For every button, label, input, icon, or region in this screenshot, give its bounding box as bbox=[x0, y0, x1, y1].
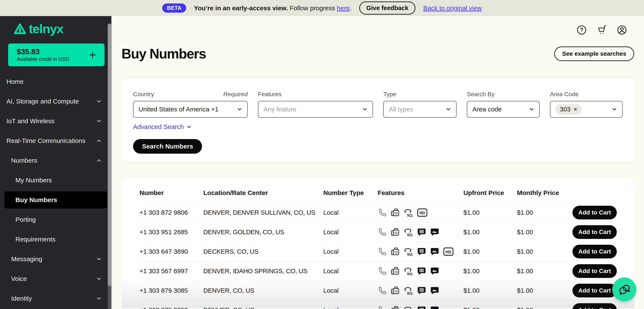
chevron-down-icon bbox=[612, 106, 618, 112]
svg-text:911: 911 bbox=[407, 214, 412, 217]
monthly-price: $1.00 bbox=[517, 248, 572, 255]
monthly-price: $1.00 bbox=[517, 306, 572, 309]
feature-icons: 911 bbox=[378, 305, 464, 309]
fax-icon bbox=[391, 266, 400, 276]
add-to-cart-button[interactable]: Add to Cart bbox=[572, 264, 617, 278]
chat-launcher-button[interactable] bbox=[612, 278, 636, 302]
upfront-price: $1.00 bbox=[464, 306, 517, 309]
add-to-cart-button[interactable]: Add to Cart bbox=[572, 284, 617, 298]
sidebar-item-voice[interactable]: Voice bbox=[0, 269, 112, 289]
sidebar-item-real-time-communications[interactable]: Real-Time Communications bbox=[0, 131, 112, 151]
area-code-select[interactable]: 303× bbox=[550, 101, 622, 118]
cart-icon[interactable] bbox=[596, 25, 607, 35]
sidebar-item-ai-storage-compute[interactable]: AI, Storage and Compute bbox=[0, 92, 112, 111]
monthly-price: $1.00 bbox=[517, 209, 572, 216]
give-feedback-button[interactable]: Give feedback bbox=[359, 2, 416, 14]
voice-icon bbox=[378, 247, 387, 256]
features-select[interactable]: Any feature bbox=[258, 101, 373, 118]
mms-icon bbox=[430, 286, 440, 295]
advanced-search-link[interactable]: Advanced Search bbox=[133, 123, 192, 130]
beta-badge: BETA bbox=[162, 4, 186, 13]
sidebar-item-iot-wireless[interactable]: IoT and Wireless bbox=[0, 111, 112, 131]
sidebar: telnyx $35.83 Available credit in USD Ho… bbox=[0, 16, 112, 309]
feature-icons: 911 bbox=[378, 286, 464, 295]
sidebar-item-numbers[interactable]: Numbers bbox=[0, 151, 112, 170]
table-row: +1 303 951 2685 DENVER, GOLDEN, CO, US L… bbox=[140, 222, 617, 242]
table-row: +1 303 872 9806 DENVER, DENVER SULLIVAN,… bbox=[140, 203, 617, 222]
sidebar-item-porting[interactable]: Porting bbox=[0, 210, 112, 230]
mms-icon bbox=[430, 227, 440, 237]
remove-chip-icon[interactable]: × bbox=[574, 106, 577, 112]
sidebar-item-messaging[interactable]: Messaging bbox=[0, 249, 112, 269]
svg-text:911: 911 bbox=[407, 292, 412, 295]
area-code-chip: 303× bbox=[556, 104, 582, 115]
country-field: CountryRequired United States of America… bbox=[133, 91, 248, 118]
svg-text:HD: HD bbox=[420, 211, 425, 215]
main-content: ? Buy Numbers See example searches Count… bbox=[112, 16, 644, 309]
add-to-cart-button[interactable]: Add to Cart bbox=[572, 225, 617, 239]
svg-text:911: 911 bbox=[407, 272, 412, 276]
sidebar-item-home[interactable]: Home bbox=[0, 72, 112, 92]
telnyx-logo[interactable]: telnyx bbox=[13, 22, 63, 35]
number-type: Local bbox=[323, 268, 378, 275]
search-by-field: Search By Area code bbox=[467, 91, 540, 118]
table-row: +1 303 879 3053 DENVER, CO, US Local 911 bbox=[140, 300, 617, 309]
mms-icon bbox=[430, 305, 440, 309]
search-by-select[interactable]: Area code bbox=[467, 101, 540, 118]
credit-label: Available credit in USD bbox=[17, 56, 69, 62]
upfront-price: $1.00 bbox=[464, 268, 517, 275]
hd-icon: HD bbox=[417, 208, 428, 217]
svg-text:911: 911 bbox=[407, 233, 412, 237]
sidebar-item-requirements[interactable]: Requirements bbox=[0, 230, 112, 249]
add-to-cart-button[interactable]: Add to Cart bbox=[572, 303, 617, 309]
col-number: Number bbox=[140, 189, 203, 196]
sidebar-item-buy-numbers[interactable]: Buy Numbers bbox=[4, 191, 107, 208]
search-numbers-button[interactable]: Search Numbers bbox=[133, 139, 202, 154]
table-row: +1 303 647 3690 DECKERS, CO, US Local 91… bbox=[140, 242, 617, 261]
sidebar-item-my-numbers[interactable]: My Numbers bbox=[0, 170, 112, 190]
sidebar-scrollbar-thumb[interactable] bbox=[108, 24, 111, 286]
chevron-down-icon bbox=[96, 276, 102, 282]
number-type: Local bbox=[323, 209, 378, 216]
fax-icon bbox=[391, 208, 400, 217]
help-icon[interactable]: ? bbox=[576, 25, 587, 35]
follow-progress-link[interactable]: here bbox=[337, 4, 350, 12]
search-filters-card: CountryRequired United States of America… bbox=[122, 78, 634, 162]
sms-icon bbox=[417, 305, 426, 309]
area-code-field: Area Code 303× bbox=[550, 91, 622, 118]
table-row: +1 303 879 3085 DENVER, CO, US Local 911 bbox=[140, 281, 617, 300]
credit-balance-card[interactable]: $35.83 Available credit in USD bbox=[8, 44, 104, 66]
add-to-cart-button[interactable]: Add to Cart bbox=[572, 245, 617, 258]
number-type: Local bbox=[323, 248, 378, 255]
monthly-price: $1.00 bbox=[517, 287, 572, 294]
sms-icon bbox=[417, 247, 426, 256]
sidebar-item-identity[interactable]: Identity bbox=[0, 289, 112, 308]
beta-banner: BETA You’re in an early-access view. Fol… bbox=[0, 0, 644, 16]
col-monthly-price: Monthly Price bbox=[517, 189, 572, 196]
location: DENVER, GOLDEN, CO, US bbox=[203, 228, 323, 236]
back-to-original-link[interactable]: Back to original view bbox=[423, 4, 482, 12]
type-select[interactable]: All types bbox=[383, 101, 456, 118]
col-upfront-price: Upfront Price bbox=[464, 189, 517, 196]
add-credit-icon[interactable] bbox=[88, 50, 97, 59]
svg-text:?: ? bbox=[580, 27, 583, 33]
chevron-down-icon bbox=[96, 118, 102, 124]
upfront-price: $1.00 bbox=[464, 228, 517, 236]
fax-icon bbox=[391, 286, 400, 295]
buy-numbers-page: BETA You’re in an early-access view. Fol… bbox=[0, 0, 644, 309]
table-header-row: Number Location/Rate Center Number Type … bbox=[140, 189, 617, 203]
sidebar-scrollbar[interactable] bbox=[108, 24, 111, 309]
location: DENVER, CO, US bbox=[203, 287, 323, 294]
phone-number: +1 303 872 9806 bbox=[140, 209, 203, 216]
results-table-card: Number Location/Rate Center Number Type … bbox=[122, 178, 634, 309]
e911-icon: 911 bbox=[404, 208, 413, 217]
phone-number: +1 303 647 3690 bbox=[140, 248, 203, 255]
chevron-down-icon bbox=[96, 98, 102, 104]
fax-icon bbox=[391, 247, 400, 256]
add-to-cart-button[interactable]: Add to Cart bbox=[572, 206, 617, 220]
country-select[interactable]: United States of America +1 bbox=[133, 101, 248, 118]
see-example-searches-button[interactable]: See example searches bbox=[554, 46, 634, 61]
account-icon[interactable] bbox=[616, 25, 627, 35]
sms-icon bbox=[417, 227, 426, 237]
chevron-down-icon bbox=[362, 106, 368, 112]
